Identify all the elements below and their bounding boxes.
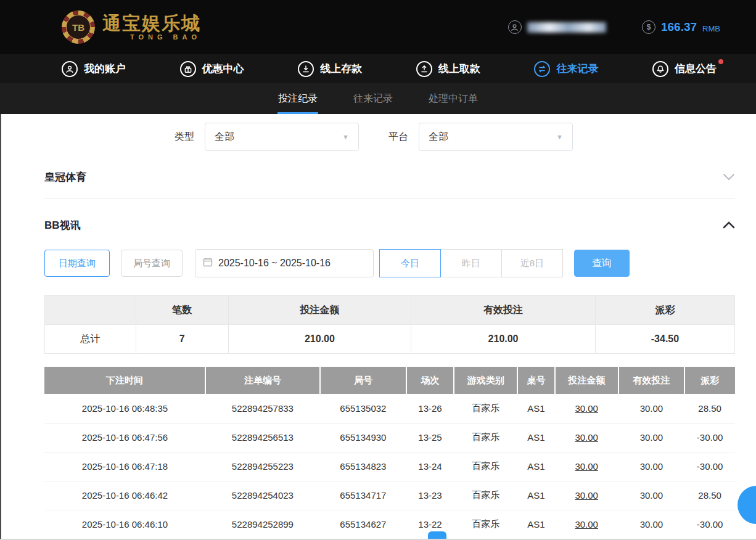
filter-row: 类型 全部 ▼ 平台 全部 ▼ <box>175 123 735 151</box>
bet-amount-link[interactable]: 30.00 <box>555 452 618 481</box>
summary-table: 笔数投注金额有效投注派彩 总计7210.00210.00-34.50 <box>44 295 735 354</box>
bet-records-table: 下注时间注单编号局号场次游戏类别桌号投注金额有效投注派彩 2025-10-16 … <box>44 367 735 539</box>
date-range-value: 2025-10-16 ~ 2025-10-16 <box>218 258 331 269</box>
table-cell: 2025-10-16 06:47:18 <box>44 452 205 481</box>
table-cell: AS1 <box>517 394 554 423</box>
tab-pending-orders[interactable]: 处理中订单 <box>425 83 482 114</box>
summary-header-cell: 笔数 <box>136 296 228 325</box>
platform-select[interactable]: 全部 ▼ <box>419 123 573 151</box>
top-header: TB 通宝娱乐城 TONG BAO $ 166.37 RMB <box>0 0 756 54</box>
nav-item-my-account[interactable]: 我的账户 <box>62 61 126 77</box>
bet-header-cell: 派彩 <box>684 367 735 394</box>
chevron-up-icon[interactable] <box>723 220 735 231</box>
table-cell: 百家乐 <box>454 452 517 481</box>
nav-label: 线上存款 <box>320 62 362 76</box>
table-cell: 30.00 <box>618 481 685 510</box>
table-cell: 522894257833 <box>205 394 320 423</box>
platform-select-value: 全部 <box>429 131 448 144</box>
bet-table-body: 2025-10-16 06:48:35522894257833655135032… <box>44 394 735 539</box>
deposit-circle-icon <box>298 61 314 77</box>
table-cell: 655134717 <box>320 481 406 510</box>
table-cell: 655135032 <box>320 394 406 423</box>
table-cell: AS1 <box>517 481 554 510</box>
gift-circle-icon <box>180 61 196 77</box>
tab-bet-records[interactable]: 投注纪录 <box>274 83 321 114</box>
bell-circle-icon <box>652 61 668 77</box>
table-cell: 2025-10-16 06:46:10 <box>44 510 205 539</box>
yesterday-button[interactable]: 昨日 <box>440 249 502 277</box>
today-button[interactable]: 今日 <box>379 249 441 277</box>
bet-header-cell: 下注时间 <box>44 367 205 394</box>
bet-amount-link[interactable]: 30.00 <box>555 510 618 539</box>
nav-label: 信息公告 <box>675 62 717 76</box>
user-avatar-icon <box>508 20 522 34</box>
quick-date-group: 今日 昨日 近8日 <box>380 249 563 277</box>
main-content: 类型 全部 ▼ 平台 全部 ▼ 皇冠体育 BB视讯 日期查询 局号查询 2025… <box>0 123 756 539</box>
nav-item-announcements[interactable]: 信息公告 <box>652 61 717 77</box>
type-select[interactable]: 全部 ▼ <box>205 123 359 151</box>
calendar-icon <box>203 257 213 269</box>
nav-item-withdraw[interactable]: 线上取款 <box>416 61 480 77</box>
username-redacted <box>527 22 606 33</box>
bet-header-cell: 注单编号 <box>205 367 320 394</box>
summary-header-cell: 投注金额 <box>228 296 411 325</box>
table-cell: 30.00 <box>618 423 685 452</box>
table-cell: 30.00 <box>618 510 685 539</box>
table-cell: 655134930 <box>320 423 406 452</box>
table-cell: 13-24 <box>406 452 454 481</box>
notification-badge-dot <box>718 59 723 64</box>
table-cell: 13-23 <box>406 481 454 510</box>
logo-subtitle: TONG BAO <box>102 33 201 41</box>
table-cell: 百家乐 <box>454 510 517 539</box>
section-title: 皇冠体育 <box>44 170 86 184</box>
window-edge <box>0 114 1 540</box>
logo-title: 通宝娱乐城 <box>102 14 201 33</box>
table-cell: 30.00 <box>618 394 685 423</box>
summary-body-row: 总计7210.00210.00-34.50 <box>45 325 735 354</box>
nav-item-deposit[interactable]: 线上存款 <box>298 61 362 77</box>
balance-currency: RMB <box>702 24 720 33</box>
balance[interactable]: $ 166.37 RMB <box>642 20 720 34</box>
summary-cell: 210.00 <box>228 325 411 354</box>
tab-label: 往来记录 <box>353 92 393 105</box>
record-tabs: 投注纪录 往来记录 处理中订单 <box>0 83 756 114</box>
summary-cell: 210.00 <box>411 325 596 354</box>
last8days-button[interactable]: 近8日 <box>501 249 563 277</box>
bet-header-cell: 有效投注 <box>618 367 685 394</box>
summary-header-row: 笔数投注金额有效投注派彩 <box>45 296 735 325</box>
table-row: 2025-10-16 06:47:18522894255223655134823… <box>44 452 735 481</box>
user-circle-icon <box>62 61 78 77</box>
logo-badge: TB <box>72 22 84 33</box>
bet-amount-link[interactable]: 30.00 <box>555 394 618 423</box>
date-query-button[interactable]: 日期查询 <box>44 250 110 277</box>
record-circle-icon <box>534 61 550 77</box>
table-cell: 百家乐 <box>454 423 517 452</box>
bet-amount-link[interactable]: 30.00 <box>555 423 618 452</box>
summary-header-cell: 派彩 <box>595 296 734 325</box>
section-bb-live[interactable]: BB视讯 <box>44 218 735 232</box>
table-cell: 百家乐 <box>454 481 517 510</box>
site-logo[interactable]: TB 通宝娱乐城 TONG BAO <box>62 10 201 44</box>
chevron-down-icon[interactable] <box>723 172 735 183</box>
table-cell: 30.00 <box>618 452 685 481</box>
table-cell: 13-25 <box>406 423 454 452</box>
date-range-input[interactable]: 2025-10-16 ~ 2025-10-16 <box>195 249 374 277</box>
table-cell: AS1 <box>517 452 554 481</box>
section-crown-sports[interactable]: 皇冠体育 <box>44 170 735 184</box>
table-cell: 522894255223 <box>205 452 320 481</box>
table-cell: 28.50 <box>684 481 735 510</box>
search-button[interactable]: 查询 <box>574 250 630 277</box>
user-account[interactable] <box>508 20 606 34</box>
nav-item-promotions[interactable]: 优惠中心 <box>180 61 244 77</box>
nav-label: 优惠中心 <box>202 62 244 76</box>
table-cell: 2025-10-16 06:48:35 <box>44 394 205 423</box>
table-row: 2025-10-16 06:47:56522894256513655134930… <box>44 423 735 452</box>
logo-chip-icon: TB <box>62 10 95 44</box>
nav-item-transactions[interactable]: 往来记录 <box>534 61 598 77</box>
bet-amount-link[interactable]: 30.00 <box>555 481 618 510</box>
bet-header-cell: 投注金额 <box>555 367 618 394</box>
summary-header-cell <box>45 296 136 325</box>
round-query-button[interactable]: 局号查询 <box>121 250 183 277</box>
table-cell: 2025-10-16 06:46:42 <box>44 481 205 510</box>
tab-transaction-records[interactable]: 往来记录 <box>350 83 396 114</box>
